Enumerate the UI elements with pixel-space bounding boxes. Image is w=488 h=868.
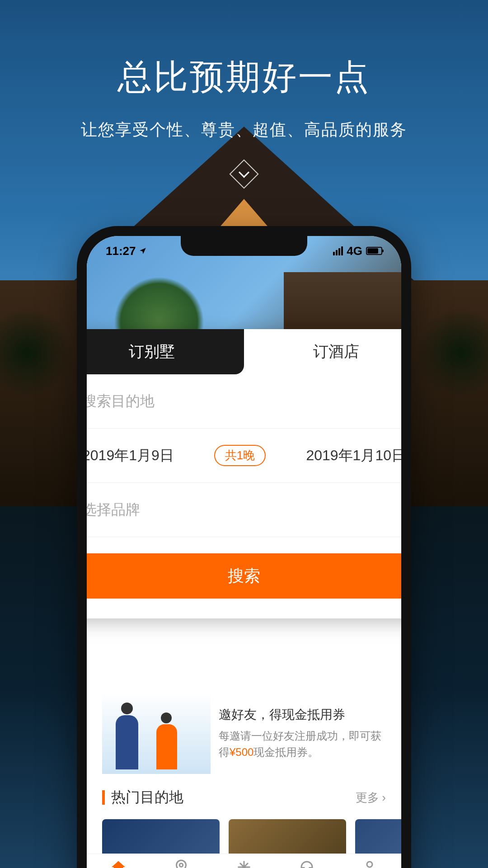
nav-destination[interactable]: 目的地 (150, 854, 212, 868)
section-accent-bar (102, 790, 105, 805)
bottom-nav: 精选 目的地 晒单 咨询 (87, 854, 401, 868)
chevron-right-icon: › (382, 791, 386, 805)
checkout-date: 2019年1月10日 (306, 446, 401, 466)
brand-input[interactable]: 选择品牌 (87, 483, 401, 537)
search-card: 订别墅 订酒店 搜索目的地 2019年1月9日 共1晚 2019年1月10日 选… (87, 329, 401, 618)
status-network: 4G (347, 244, 362, 258)
home-icon (110, 859, 127, 868)
phone-screen: 11:27 4G 订别墅 订酒店 搜索目的地 (87, 236, 401, 868)
marketing-title: 总比预期好一点 (0, 54, 488, 101)
search-button[interactable]: 搜索 (87, 553, 401, 599)
destination-input[interactable]: 搜索目的地 (87, 374, 401, 429)
checkin-date: 2019年1月9日 (87, 446, 174, 466)
signal-icon (333, 246, 343, 255)
promo-illustration (102, 693, 211, 774)
search-tabs: 订别墅 订酒店 (87, 329, 401, 374)
marketing-subtitle: 让您享受个性、尊贵、超值、高品质的服务 (0, 119, 488, 141)
phone-notch (181, 236, 307, 256)
svg-point-0 (179, 863, 183, 867)
tab-villa[interactable]: 订别墅 (87, 329, 244, 374)
section-title: 热门目的地 (111, 788, 183, 807)
promo-title: 邀好友，得现金抵用券 (219, 706, 386, 723)
section-header: 热门目的地 更多 › (102, 788, 386, 807)
chevron-down-icon (229, 159, 258, 189)
promo-description: 每邀请一位好友注册成功，即可获得¥500现金抵用券。 (219, 728, 386, 760)
marketing-header: 总比预期好一点 让您享受个性、尊贵、超值、高品质的服务 (0, 0, 488, 184)
battery-icon (366, 247, 382, 255)
nights-badge: 共1晚 (214, 445, 266, 466)
location-arrow-icon (139, 244, 147, 258)
pinwheel-icon (236, 859, 252, 868)
tab-hotel[interactable]: 订酒店 (244, 329, 401, 374)
phone-mockup: 11:27 4G 订别墅 订酒店 搜索目的地 (77, 226, 411, 868)
destination-placeholder: 搜索目的地 (87, 392, 155, 411)
nav-mine[interactable]: 我的 (338, 854, 401, 868)
promo-banner[interactable]: 邀好友，得现金抵用券 每邀请一位好友注册成功，即可获得¥500现金抵用券。 (102, 693, 386, 774)
more-link[interactable]: 更多 › (356, 790, 386, 806)
date-range-input[interactable]: 2019年1月9日 共1晚 2019年1月10日 (87, 429, 401, 483)
person-icon (361, 859, 378, 868)
nav-share[interactable]: 晒单 (212, 854, 275, 868)
brand-placeholder: 选择品牌 (87, 500, 140, 520)
nav-consult[interactable]: 咨询 (276, 854, 338, 868)
svg-point-1 (367, 862, 372, 867)
headset-icon (299, 859, 315, 868)
promo-price: ¥500 (230, 746, 253, 758)
location-pin-icon (173, 859, 189, 868)
status-time: 11:27 (106, 244, 136, 258)
nav-featured[interactable]: 精选 (87, 854, 150, 868)
